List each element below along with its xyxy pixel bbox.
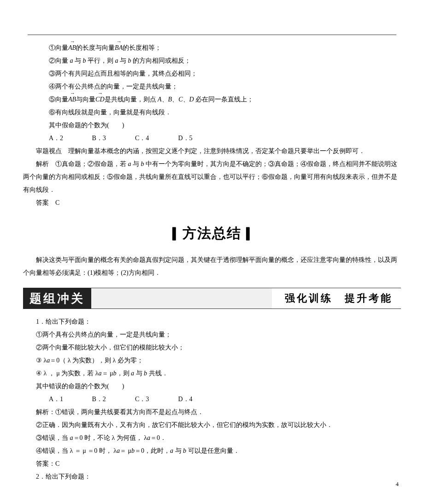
text: 的方向相同或相反； xyxy=(131,57,191,64)
text: ＝0（ λ 为实数），则 λ 必为零； xyxy=(50,357,143,364)
text: ＝0，此时， xyxy=(135,447,170,454)
text: 与 xyxy=(131,160,141,167)
option-c: C．4 xyxy=(135,132,177,145)
stmt-4: ④两个有公共终点的向量，一定是共线向量； xyxy=(23,80,401,93)
stmt-1: ①向量AB的长度与向量BA的长度相等； xyxy=(23,42,401,54)
method-summary-title: ▎方法总结▎ xyxy=(168,225,256,241)
stmt-6: ⑥有向线段就是向量，向量就是有向线段． xyxy=(23,106,401,119)
q1-count-question: 其中错误的命题的个数为( ) xyxy=(23,380,401,393)
text: ②向量 xyxy=(49,57,70,64)
text: ④错误，当 λ ＝ μ ＝0 时， λ xyxy=(36,447,117,454)
band-right-title: 强化训练 提升考能 xyxy=(272,288,401,309)
q1-stmt-1: ①两个具有公共终点的向量，一定是共线向量； xyxy=(23,328,401,341)
stmt-3: ③两个有共同起点而且相等的向量，其终点必相同； xyxy=(23,67,401,80)
text: 与 xyxy=(134,370,144,377)
analysis-hint: 审题视点 理解向量基本概念的内涵，按照定义逐个判定，注意到特殊情况，否定某个命题… xyxy=(23,145,401,158)
option-a: A．1 xyxy=(49,393,90,406)
q2-lead: 2．给出下列命题： xyxy=(23,470,401,483)
var-a: a xyxy=(70,57,73,64)
var-b: b xyxy=(113,370,117,377)
method-summary-body: 解决这类与平面向量的概念有关的命题真假判定问题，其关键在于透彻理解平面向量的概念… xyxy=(23,254,401,279)
text: ＝ μ xyxy=(120,447,131,454)
page-body: ①向量AB的长度与向量BA的长度相等； ②向量 a 与 b 平行，则 a 与 b… xyxy=(23,42,401,483)
option-row: A．2 B．3 C．4 D．5 xyxy=(23,132,401,145)
q1-exp-4: ④错误，当 λ ＝ μ ＝0 时， λa＝ μb＝0，此时，a 与 b 可以是任… xyxy=(23,445,401,457)
explanation-1: 解析 ①真命题；②假命题，若 a 与 b 中有一个为零向量时，其方向是不确定的；… xyxy=(23,158,401,196)
band-gap xyxy=(91,288,272,309)
count-question: 其中假命题的个数为( ) xyxy=(23,119,401,132)
text: ⑤向量 xyxy=(49,96,68,103)
stmt-5: ⑤向量AB与向量CD是共线向量，则点 A、B、C、D 必在同一条直线上； xyxy=(23,93,401,106)
practice-band: 题组冲关 强化训练 提升考能 xyxy=(23,288,401,309)
text: ＝0 时，不论 λ 为何值， λ xyxy=(73,434,147,441)
text: ③错误，当 xyxy=(36,434,70,441)
var-a: a xyxy=(115,57,118,64)
text: 是共线向量，则点 xyxy=(105,96,158,103)
vector-ba: BA xyxy=(115,42,123,54)
q1-option-row: A．1 B．2 C．3 D．4 xyxy=(23,393,401,406)
var-b: b xyxy=(141,160,144,167)
q1-exp-3: ③错误，当 a＝0 时，不论 λ 为何值， λa＝0． xyxy=(23,432,401,445)
text: 与向量 xyxy=(76,96,95,103)
text: 解析 ①真命题；②假命题，若 xyxy=(36,160,128,167)
text: 共线． xyxy=(147,370,168,377)
text: ①向量 xyxy=(49,44,68,51)
page-number: 4 xyxy=(396,478,399,490)
vector-ab: AB xyxy=(68,42,76,54)
option-c: C．3 xyxy=(135,393,177,406)
stmt-2: ②向量 a 与 b 平行，则 a 与 b 的方向相同或相反； xyxy=(23,54,401,67)
option-b: B．3 xyxy=(92,132,134,145)
q1-exp-1: 解析：①错误，两向量共线要看其方向而不是起点与终点． xyxy=(23,406,401,419)
page-rule xyxy=(28,35,396,35)
q1-exp-2: ②正确．因为向量既有大小，又有方向，故它们不能比较大小，但它们的模均为实数，故可… xyxy=(23,419,401,432)
var-a: a xyxy=(99,370,102,377)
option-d: D．4 xyxy=(178,393,220,406)
vector-cd: CD xyxy=(95,93,104,106)
option-d: D．5 xyxy=(178,132,220,145)
text: ，则 xyxy=(117,370,131,377)
band-left-title: 题组冲关 xyxy=(23,288,91,309)
text: ③ λ xyxy=(36,357,47,364)
text: 与 xyxy=(173,447,183,454)
q1-lead: 1．给出下列命题： xyxy=(23,315,401,328)
q1-stmt-4: ④ λ ， μ 为实数，若 λa＝ μb，则 a 与 b 共线． xyxy=(23,367,401,380)
q1-stmt-3: ③ λa＝0（ λ 为实数），则 λ 必为零； xyxy=(23,354,401,367)
var-a: a xyxy=(70,434,73,441)
option-b: B．2 xyxy=(92,393,134,406)
text: 与 xyxy=(118,57,128,64)
option-a: A．2 xyxy=(49,132,90,145)
var-b: b xyxy=(128,57,131,64)
vector-ab: AB xyxy=(68,93,76,106)
text: 与 xyxy=(73,57,83,64)
text: 必在同一条直线上； xyxy=(194,96,254,103)
text: ＝ μ xyxy=(102,370,113,377)
q1-answer: 答案：C xyxy=(23,457,401,470)
q1-stmt-2: ②两个向量不能比较大小，但它们的模能比较大小； xyxy=(23,341,401,354)
var-b: b xyxy=(83,57,86,64)
text: 平行，则 xyxy=(86,57,115,64)
text: 可以是任意向量． xyxy=(186,447,240,454)
text: 的长度与向量 xyxy=(76,44,115,51)
answer-1: 答案 C xyxy=(23,196,401,209)
text: 的长度相等； xyxy=(123,44,161,51)
method-summary-header: ▎方法总结▎ xyxy=(23,219,401,247)
text: ＝0． xyxy=(150,434,166,441)
var-a: a xyxy=(128,160,131,167)
text: ④ λ ， μ 为实数，若 λ xyxy=(36,370,99,377)
points: A、B、C、D xyxy=(158,96,194,103)
